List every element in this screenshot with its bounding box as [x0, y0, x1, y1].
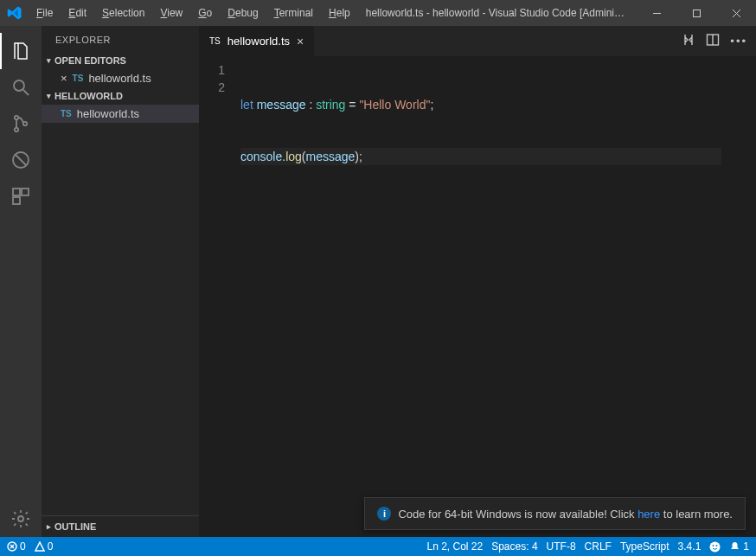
svg-point-7 [15, 128, 18, 131]
svg-rect-11 [13, 189, 20, 195]
typescript-file-icon: TS [73, 73, 84, 83]
menu-view[interactable]: View [153, 3, 189, 22]
extensions-icon[interactable] [0, 178, 42, 214]
compare-changes-icon[interactable] [682, 33, 695, 49]
tab-filename: helloworld.ts [227, 35, 290, 48]
debug-icon[interactable] [0, 142, 42, 178]
explorer-sidebar: EXPLORER ▾ OPEN EDITORS × TS helloworld.… [42, 26, 199, 537]
svg-line-5 [23, 90, 29, 95]
svg-line-10 [16, 155, 26, 165]
svg-point-6 [15, 116, 18, 119]
status-warnings[interactable]: 0 [35, 540, 54, 553]
editor-tabs: TS helloworld.ts × ••• [199, 26, 756, 56]
outline-section[interactable]: ▸ OUTLINE [42, 515, 199, 537]
window-maximize-button[interactable] [676, 0, 716, 26]
typescript-file-icon: TS [61, 109, 72, 118]
menu-terminal[interactable]: Terminal [267, 3, 320, 22]
svg-point-4 [14, 80, 24, 91]
window-minimize-button[interactable] [637, 0, 676, 26]
code-editor[interactable]: 1 2 let message : string = "Hello World"… [199, 56, 756, 537]
window-close-button[interactable] [716, 0, 756, 26]
title-bar: File Edit Selection View Go Debug Termin… [0, 0, 756, 26]
menu-go[interactable]: Go [191, 3, 219, 22]
menu-edit[interactable]: Edit [61, 3, 93, 22]
settings-gear-icon[interactable] [0, 501, 42, 537]
info-icon: i [377, 507, 391, 521]
status-eol[interactable]: CRLF [585, 540, 612, 553]
status-indentation[interactable]: Spaces: 4 [491, 540, 537, 553]
editor-area: TS helloworld.ts × ••• 1 2 let message :… [199, 26, 756, 537]
status-notifications[interactable]: 1 [729, 540, 749, 553]
menu-file[interactable]: File [29, 3, 60, 22]
menu-debug[interactable]: Debug [221, 3, 265, 22]
status-ts-version[interactable]: 3.4.1 [678, 540, 702, 553]
close-tab-icon[interactable]: × [297, 35, 304, 48]
notification-toast: i Code for 64-bit Windows is now availab… [364, 497, 746, 530]
close-icon[interactable]: × [61, 72, 67, 85]
status-errors[interactable]: 0 [7, 540, 26, 553]
svg-point-14 [18, 516, 23, 521]
folder-section[interactable]: ▾ HELLOWORLD [42, 87, 199, 105]
code-content[interactable]: let message : string = "Hello World"; co… [240, 61, 756, 537]
source-control-icon[interactable] [0, 105, 42, 142]
notification-link[interactable]: here [637, 508, 660, 521]
status-cursor-position[interactable]: Ln 2, Col 22 [426, 540, 483, 553]
menu-selection[interactable]: Selection [95, 3, 151, 22]
status-feedback-icon[interactable] [709, 541, 721, 553]
svg-point-21 [713, 545, 714, 546]
svg-rect-13 [13, 197, 20, 204]
split-editor-icon[interactable] [706, 33, 720, 49]
chevron-down-icon: ▾ [47, 56, 51, 65]
file-tree-item[interactable]: TS helloworld.ts [42, 105, 199, 123]
status-encoding[interactable]: UTF-8 [547, 540, 576, 553]
svg-point-20 [710, 541, 721, 552]
window-title: helloworld.ts - helloworld - Visual Stud… [357, 7, 637, 19]
menu-bar: File Edit Selection View Go Debug Termin… [29, 3, 357, 22]
status-bar: 0 0 Ln 2, Col 22 Spaces: 4 UTF-8 CRLF Ty… [0, 537, 756, 556]
status-language[interactable]: TypeScript [620, 540, 670, 553]
activity-bar [0, 26, 42, 537]
vscode-logo-icon [0, 5, 29, 21]
menu-help[interactable]: Help [322, 3, 357, 22]
svg-rect-12 [22, 189, 29, 195]
open-editors-section[interactable]: ▾ OPEN EDITORS [42, 52, 199, 69]
search-icon[interactable] [0, 69, 42, 105]
line-gutter: 1 2 [199, 61, 240, 537]
editor-tab[interactable]: TS helloworld.ts × [199, 26, 315, 56]
typescript-file-icon: TS [209, 36, 221, 46]
svg-point-22 [716, 545, 718, 546]
explorer-icon[interactable] [0, 33, 42, 69]
open-editor-item[interactable]: × TS helloworld.ts [42, 69, 199, 87]
chevron-down-icon: ▾ [47, 92, 51, 100]
svg-rect-1 [693, 10, 700, 16]
explorer-title: EXPLORER [42, 26, 199, 52]
chevron-right-icon: ▸ [47, 522, 51, 531]
more-actions-icon[interactable]: ••• [730, 35, 747, 48]
